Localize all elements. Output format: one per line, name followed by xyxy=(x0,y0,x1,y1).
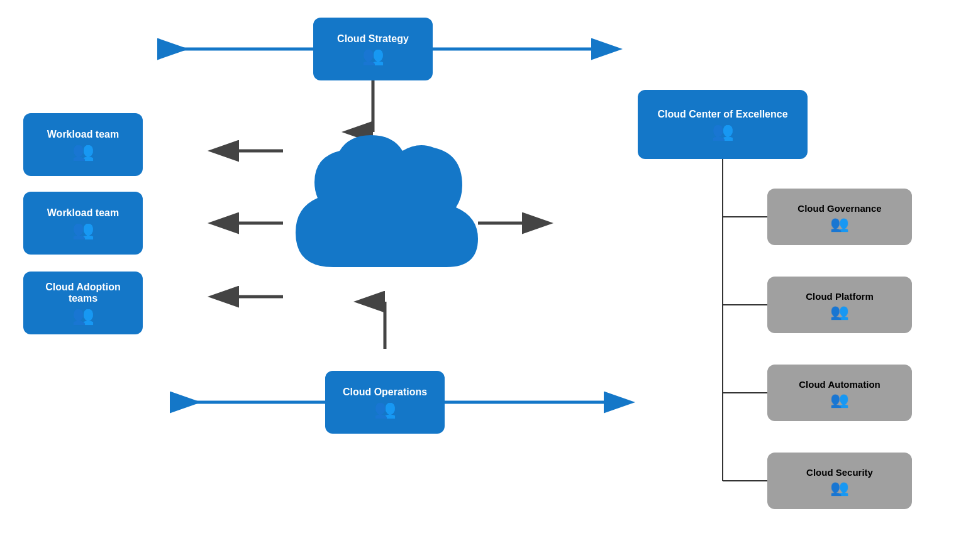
diagram: Cloud Strategy 👥 Workload team 👥 Workloa… xyxy=(0,0,961,560)
cloud-svg xyxy=(270,123,491,299)
cloud-adoption-teams-label: Cloud Adoption teams xyxy=(33,282,133,304)
cloud-center-of-excellence-box: Cloud Center of Excellence 👥 xyxy=(638,90,808,159)
workload-team-1-box: Workload team 👥 xyxy=(23,113,143,176)
cloud-governance-box: Cloud Governance 👥 xyxy=(767,189,912,245)
cloud-security-box: Cloud Security 👥 xyxy=(767,453,912,509)
cloud-automation-box: Cloud Automation 👥 xyxy=(767,365,912,421)
workload-team-2-icon: 👥 xyxy=(72,221,94,239)
cloud-strategy-label: Cloud Strategy xyxy=(337,33,409,45)
cloud-operations-icon: 👥 xyxy=(374,400,396,418)
workload-team-1-icon: 👥 xyxy=(72,143,94,160)
cloud-governance-label: Cloud Governance xyxy=(797,203,881,214)
cloud-operations-box: Cloud Operations 👥 xyxy=(325,371,445,434)
cloud-security-icon: 👥 xyxy=(830,480,849,495)
cloud-platform-label: Cloud Platform xyxy=(806,291,874,302)
cloud-center-of-excellence-icon: 👥 xyxy=(712,123,734,140)
cloud-adoption-teams-icon: 👥 xyxy=(72,307,94,324)
workload-team-2-box: Workload team 👥 xyxy=(23,192,143,255)
workload-team-1-label: Workload team xyxy=(47,129,119,140)
cloud-platform-icon: 👥 xyxy=(830,304,849,319)
cloud-strategy-icon: 👥 xyxy=(362,47,384,65)
cloud-center-of-excellence-label: Cloud Center of Excellence xyxy=(657,109,787,120)
cloud-governance-icon: 👥 xyxy=(830,216,849,231)
cloud-strategy-box: Cloud Strategy 👥 xyxy=(313,18,433,80)
cloud-automation-icon: 👥 xyxy=(830,392,849,407)
workload-team-2-label: Workload team xyxy=(47,207,119,219)
cloud-operations-label: Cloud Operations xyxy=(343,387,427,398)
cloud-security-label: Cloud Security xyxy=(806,467,873,478)
cloud-shape xyxy=(270,123,491,301)
cloud-adoption-teams-box: Cloud Adoption teams 👥 xyxy=(23,272,143,334)
cloud-automation-label: Cloud Automation xyxy=(799,379,880,390)
cloud-platform-box: Cloud Platform 👥 xyxy=(767,277,912,333)
